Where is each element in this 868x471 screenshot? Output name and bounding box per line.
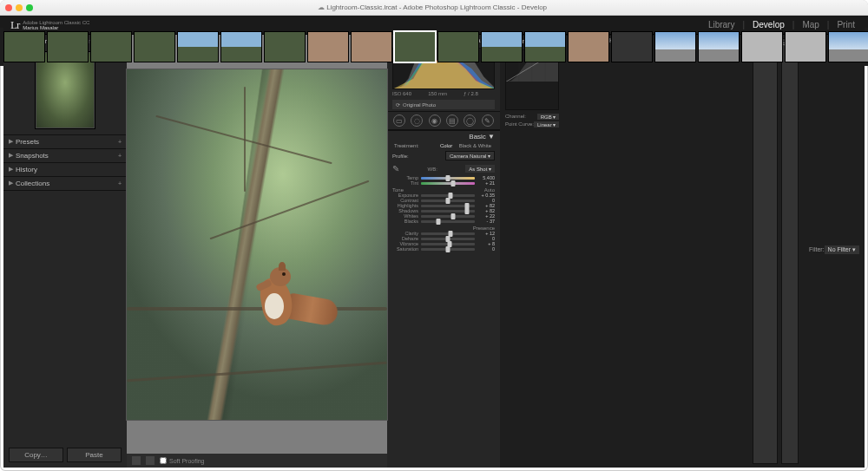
develop-toolstrip: ▭ ◌ ◉ ▤ ◯ ✎ [387,111,500,130]
zoom-icon[interactable] [26,4,33,11]
treatment-color[interactable]: Color [438,143,454,148]
pointcurve-select[interactable]: Linear ▾ [534,121,559,128]
filmstrip-thumb[interactable] [3,31,45,62]
collections-header[interactable]: ▶Collections+ [3,177,127,190]
shadows-slider[interactable] [421,210,475,213]
filmstrip-thumb[interactable] [698,31,740,62]
loupe-view-icon[interactable] [132,456,141,465]
filmstrip-thumb[interactable] [785,31,826,62]
tonecurve-panel: Tone Curve ▼ Channel:RGB ▾ Point Curve:L… [500,35,564,468]
contrast-slider[interactable] [421,200,475,202]
profile-select[interactable]: Camera Natural ▾ [445,151,495,160]
lightroom-app: Lr Adobe Lightroom Classic CC Marius Mas… [3,16,865,468]
original-photo-toggle[interactable]: ⟳ Original Photo [392,100,495,109]
dehaze-slider[interactable] [421,238,475,240]
canvas-area: Soft Proofing [127,35,387,468]
gradient-tool-icon[interactable]: ▤ [446,114,458,127]
canvas-toolbar: Soft Proofing [127,454,387,468]
brush-tool-icon[interactable]: ✎ [482,114,494,127]
filmstrip-thumb[interactable] [741,31,783,62]
right-panel: Histogram▼ ISO 640150 mmƒ / 2.8 ⟳ Origin… [387,35,500,468]
wb-eyedropper-icon[interactable]: ✎ [392,164,399,173]
saturation-slider[interactable] [421,248,475,251]
radial-tool-icon[interactable]: ◯ [464,114,476,127]
reset-button[interactable]: Reset [781,38,799,464]
hsl-panel: HSL / Color ▼ Hue Saturation Luminance A… [564,35,653,468]
paste-button[interactable]: Paste [67,448,122,462]
soft-proofing-toggle[interactable]: Soft Proofing [160,457,204,464]
vibrance-slider[interactable] [421,243,475,245]
filmstrip[interactable] [0,28,868,66]
close-icon[interactable] [5,4,12,11]
module-switcher: Library| Develop| Map| Print [706,20,858,29]
brand-line2: Marius Masalar [23,25,89,30]
filmstrip-thumb[interactable] [307,31,349,62]
window-title: Lightroom-Classic.lrcat - Adobe Photosho… [33,3,832,11]
whites-slider[interactable] [421,215,475,218]
temp-slider[interactable] [421,177,475,180]
minimize-icon[interactable] [16,4,23,11]
brand-block: Lr Adobe Lightroom Classic CC Marius Mas… [10,18,89,32]
filmstrip-thumb[interactable] [437,31,479,62]
blacks-slider[interactable] [421,220,475,223]
before-after-icon[interactable] [146,456,155,465]
filmstrip-thumb[interactable] [90,31,132,62]
treatment-row: Treatment: Color Black & White [387,142,500,149]
module-develop[interactable]: Develop [750,20,787,29]
snapshots-header[interactable]: ▶Snapshots+ [3,149,127,162]
module-library[interactable]: Library [706,20,738,29]
filmstrip-thumb[interactable] [611,31,653,62]
previous-button[interactable]: Previous [753,38,778,464]
module-map[interactable]: Map [799,20,821,29]
squirrel-subject [244,252,322,347]
filmstrip-thumb[interactable] [568,31,609,62]
redeye-tool-icon[interactable]: ◉ [429,114,441,127]
filmstrip-thumb[interactable] [134,31,175,62]
module-print[interactable]: Print [834,20,858,29]
presets-header[interactable]: ▶Presets+ [3,135,127,148]
basic-panel: Basic ▼ Treatment: Color Black & White P… [387,130,500,231]
lr-logo: Lr [10,18,19,32]
filmstrip-thumb[interactable] [264,31,306,62]
spot-tool-icon[interactable]: ◌ [411,114,423,127]
channel-select[interactable]: RGB ▾ [537,114,560,120]
tint-slider[interactable] [421,182,475,185]
filmstrip-thumb[interactable] [654,31,696,62]
filmstrip-thumb[interactable] [220,31,262,62]
filmstrip-thumb[interactable] [47,31,89,62]
filmstrip-thumb[interactable] [828,31,868,62]
filmstrip-thumb-selected[interactable] [394,31,436,62]
wb-select[interactable]: As Shot ▾ [465,165,495,173]
history-header[interactable]: ▶History [3,163,127,176]
treatment-bw[interactable]: Black & White [457,143,493,148]
filmstrip-thumb[interactable] [524,31,566,62]
filmstrip-thumb[interactable] [481,31,523,62]
clarity-slider[interactable] [421,232,475,235]
left-panel: ▼Navigator FIT FILL 1:1 3:1 ▶Presets+ ▶S… [3,35,127,468]
filmstrip-thumb[interactable] [351,31,392,62]
crop-tool-icon[interactable]: ▭ [393,114,405,127]
highlights-slider[interactable] [421,205,475,207]
copy-button[interactable]: Copy… [9,448,63,462]
filmstrip-filter[interactable]: No Filter ▾ [825,245,859,254]
brand-line1: Adobe Lightroom Classic CC [23,20,89,25]
main-photo[interactable] [127,69,387,420]
macos-titlebar: Lightroom-Classic.lrcat - Adobe Photosho… [0,0,868,16]
photo-metadata: ISO 640150 mmƒ / 2.8 [387,89,500,98]
filmstrip-thumb[interactable] [177,31,219,62]
exposure-slider[interactable] [421,194,475,197]
traffic-lights[interactable] [5,4,33,11]
